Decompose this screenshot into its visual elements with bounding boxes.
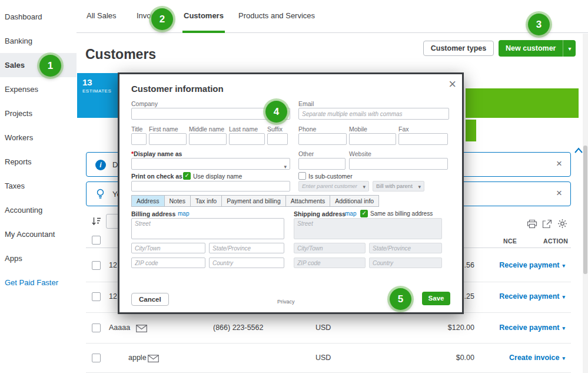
website-label: Website [349,150,371,157]
row-checkbox[interactable] [92,324,101,332]
is-sub-customer-checkbox[interactable] [298,172,306,180]
export-button[interactable] [542,219,552,231]
save-button[interactable]: Save [422,292,450,305]
settings-button[interactable] [557,219,567,231]
print-on-check-field[interactable] [131,181,290,192]
moneybar-estimates-segment[interactable]: 13 ESTIMATES [77,73,118,118]
step-badge-3: 3 [528,14,550,35]
customer-name[interactable]: apple [128,354,147,362]
tab-all-sales[interactable]: All Sales [85,0,118,33]
sidebar-item-taxes[interactable]: Taxes [0,174,77,198]
gear-icon [557,219,567,229]
receive-payment-button[interactable]: Receive payment [494,324,565,332]
email-icon[interactable] [148,355,159,362]
new-customer-button-label[interactable]: New customer [499,40,563,57]
shipping-map-link[interactable]: map [345,210,356,217]
first-name-field[interactable] [149,133,187,145]
action-caret-icon[interactable] [559,292,565,301]
tab-tax-info[interactable]: Tax info [190,195,222,207]
sidebar-item-accounting[interactable]: Accounting [0,198,77,222]
billing-zip-field[interactable] [131,258,205,268]
tab-attachments[interactable]: Attachments [285,195,330,207]
dialog-tab-strip: Address Notes Tax info Payment and billi… [131,195,378,207]
step-badge-2: 2 [151,8,173,30]
print-button[interactable] [527,219,537,231]
sidebar-item-apps[interactable]: Apps [0,246,77,270]
sidebar-item-get-paid-faster[interactable]: Get Paid Faster [0,270,77,295]
new-customer-button[interactable]: New customer [499,40,576,57]
tab-additional-info[interactable]: Additional info [330,195,379,207]
billing-street-field[interactable] [131,218,284,239]
fax-field[interactable] [398,133,448,145]
sidebar-item-my-accountant[interactable]: My Accountant [0,222,77,246]
title-field[interactable] [131,133,147,145]
last-name-field[interactable] [229,133,265,145]
sidebar-item-expenses[interactable]: Expenses [0,77,77,101]
row-checkbox[interactable] [92,261,101,270]
fax-label: Fax [398,126,409,133]
tab-payment-and-billing[interactable]: Payment and billing [221,195,286,207]
sidebar-item-projects[interactable]: Projects [0,101,77,126]
website-field[interactable] [349,158,448,170]
sidebar-item-sales[interactable]: Sales [0,53,77,77]
email-icon[interactable] [136,325,147,332]
chevron-down-icon [284,160,287,171]
suffix-field[interactable] [267,133,288,145]
billing-city-field[interactable] [131,243,205,253]
phone-field[interactable] [298,133,347,145]
close-icon[interactable] [556,158,562,170]
sidebar-item-banking[interactable]: Banking [0,29,77,53]
same-as-billing-checkbox[interactable] [360,210,368,217]
billing-state-field[interactable] [209,243,284,253]
row-checkbox[interactable] [92,354,101,362]
close-icon[interactable] [449,77,456,92]
lightbulb-icon [96,189,105,200]
other-field[interactable] [298,158,346,170]
receive-payment-button[interactable]: Receive payment [494,292,565,301]
scrollbar-thumb[interactable] [583,146,587,274]
sort-button[interactable] [91,216,101,229]
tab-products-and-services[interactable]: Products and Services [237,0,316,33]
close-icon[interactable] [556,187,562,199]
new-customer-dropdown-caret-icon[interactable] [563,40,576,57]
title-label: Title [131,126,142,133]
sidebar-item-dashboard[interactable]: Dashboard [0,5,77,29]
use-display-name-checkbox[interactable] [183,172,191,180]
cancel-button[interactable]: Cancel [131,293,169,306]
left-nav: Dashboard Banking Sales Expenses Project… [0,0,77,373]
action-caret-icon[interactable] [559,261,565,269]
balance-column-header[interactable]: NCE [503,237,517,245]
use-display-name-label: Use display name [193,173,242,180]
customer-types-button[interactable]: Customer types [423,41,494,56]
row-checkbox[interactable] [92,292,101,301]
customer-name[interactable]: 12 [109,261,117,269]
privacy-link[interactable]: Privacy [277,299,295,305]
sidebar-item-reports[interactable]: Reports [0,150,77,174]
middle-name-field[interactable] [189,133,227,145]
tab-customers[interactable]: Customers [182,0,225,33]
suffix-label: Suffix [267,126,283,133]
email-field[interactable] [298,108,449,120]
mobile-label: Mobile [349,126,367,133]
action-caret-icon[interactable] [559,354,565,362]
select-all-checkbox[interactable] [92,236,101,245]
mobile-field[interactable] [349,133,396,145]
same-as-billing-label: Same as billing address [370,210,433,217]
billing-country-field[interactable] [209,258,284,268]
create-invoice-button[interactable]: Create invoice [494,354,565,362]
estimates-label: ESTIMATES [82,88,118,94]
customer-name[interactable]: 12 [109,292,117,301]
sidebar-item-workers[interactable]: Workers [0,126,77,150]
sort-icon [91,216,101,226]
billing-map-link[interactable]: map [178,210,189,217]
tab-address[interactable]: Address [131,195,165,207]
receive-payment-button[interactable]: Receive payment [494,261,565,269]
customer-name[interactable]: Aaaaa [109,324,130,332]
display-name-select[interactable] [131,158,290,170]
customer-information-dialog: Customer information Company Email Title… [118,72,464,314]
bill-with-parent-select: Bill with parent [373,181,424,192]
action-caret-icon[interactable] [559,324,565,332]
moneybar-paid-segment[interactable] [466,88,579,118]
collapse-moneybar-button[interactable] [574,146,583,156]
tab-notes[interactable]: Notes [164,195,191,207]
